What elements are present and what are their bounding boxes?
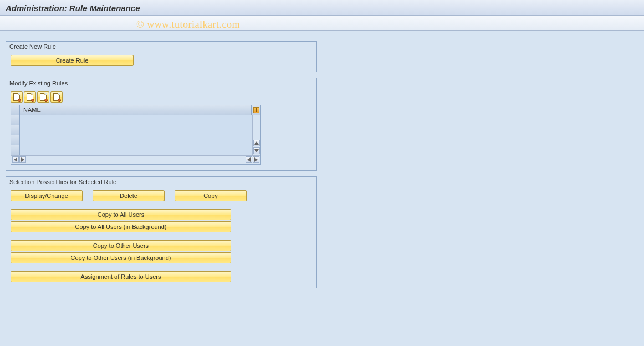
- document-icon: [53, 93, 60, 101]
- row-selector[interactable]: [11, 135, 20, 145]
- create-rule-button[interactable]: Create Rule: [11, 55, 134, 66]
- scroll-down-button[interactable]: [253, 147, 260, 154]
- row-selector[interactable]: [11, 145, 20, 155]
- panel-modify-existing-rules: Modify Existing Rules NAME: [6, 78, 317, 171]
- grid-horizontal-scrollbar[interactable]: [11, 155, 260, 164]
- scroll-right-button[interactable]: [19, 156, 26, 163]
- document-icon: [40, 93, 47, 101]
- page-title-bar: Administration: Rule Maintenance: [0, 0, 644, 16]
- copy-to-all-users-button[interactable]: Copy to All Users: [11, 209, 231, 220]
- panel-selection-possibilities: Selection Possibilities for Selected Rul…: [6, 176, 317, 288]
- cell-name[interactable]: [20, 125, 252, 135]
- display-change-button[interactable]: Display/Change: [11, 190, 83, 201]
- content-area: Create New Rule Create Rule Modify Exist…: [0, 31, 644, 346]
- panel-create-new-rule: Create New Rule Create Rule: [6, 41, 317, 72]
- grid-col-name[interactable]: NAME: [20, 105, 252, 115]
- table-row[interactable]: [11, 135, 252, 145]
- cell-name[interactable]: [20, 115, 252, 125]
- cell-name[interactable]: [20, 135, 252, 145]
- delete-button[interactable]: Delete: [93, 190, 165, 201]
- toolbar-btn-4[interactable]: [50, 91, 63, 103]
- cell-name[interactable]: [20, 145, 252, 155]
- chevron-right-icon: [254, 157, 258, 162]
- scroll-up-button[interactable]: [253, 140, 260, 146]
- rules-grid[interactable]: NAME: [11, 105, 261, 165]
- page-title: Administration: Rule Maintenance: [6, 3, 140, 13]
- table-row[interactable]: [11, 145, 252, 155]
- panel-title-modify: Modify Existing Rules: [6, 78, 316, 88]
- grid-select-all[interactable]: [11, 105, 20, 115]
- chevron-up-icon: [254, 141, 259, 145]
- copy-to-all-users-bg-button[interactable]: Copy to All Users (in Background): [11, 221, 231, 232]
- row-selector[interactable]: [11, 125, 20, 135]
- copy-button[interactable]: Copy: [175, 190, 247, 201]
- grid-header: NAME: [11, 105, 260, 115]
- modify-toolbar: [11, 91, 312, 103]
- row-selector[interactable]: [11, 115, 20, 125]
- panel-title-create: Create New Rule: [6, 42, 316, 52]
- table-row[interactable]: [11, 115, 252, 125]
- chevron-right-icon: [21, 157, 24, 162]
- toolbar-btn-3[interactable]: [37, 91, 49, 103]
- document-icon: [27, 93, 33, 101]
- grid-configure-button[interactable]: [252, 105, 260, 115]
- assignment-of-rules-button[interactable]: Assignment of Rules to Users: [11, 271, 231, 282]
- copy-to-other-users-button[interactable]: Copy to Other Users: [11, 240, 231, 251]
- toolbar-btn-2[interactable]: [24, 91, 36, 103]
- table-row[interactable]: [11, 125, 252, 135]
- chevron-down-icon: [254, 149, 259, 152]
- chevron-left-icon: [14, 157, 17, 162]
- grid-vertical-scrollbar[interactable]: [252, 115, 260, 155]
- app-toolbar: [0, 16, 644, 31]
- scroll-right-button-2[interactable]: [253, 156, 259, 163]
- scroll-left-button-2[interactable]: [246, 156, 252, 163]
- document-icon: [13, 93, 20, 101]
- toolbar-btn-1[interactable]: [11, 91, 23, 103]
- chevron-left-icon: [247, 157, 251, 162]
- panel-title-selection: Selection Possibilities for Selected Rul…: [6, 177, 316, 187]
- copy-to-other-users-bg-button[interactable]: Copy to Other Users (in Background): [11, 252, 231, 263]
- table-settings-icon: [253, 107, 259, 113]
- scroll-left-button[interactable]: [12, 156, 19, 163]
